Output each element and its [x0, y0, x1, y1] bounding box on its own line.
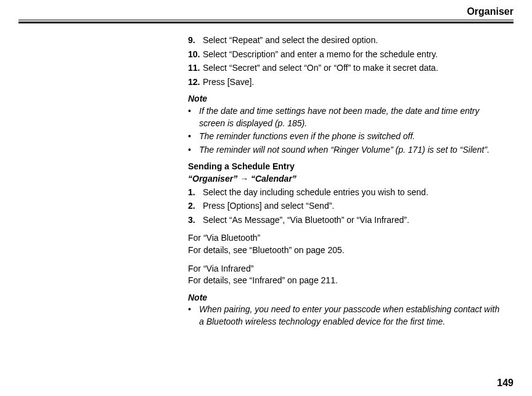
- step-text: Select “As Message”, “Via Bluetooth” or …: [203, 214, 501, 227]
- step-text: Select “Description” and enter a memo fo…: [203, 49, 501, 61]
- step-text: Select “Repeat” and select the desired o…: [203, 34, 501, 47]
- bluetooth-heading: For “Via Bluetooth”: [188, 232, 501, 244]
- bluetooth-block: For “Via Bluetooth” For details, see “Bl…: [188, 232, 501, 256]
- step-text: Press [Save].: [203, 76, 501, 89]
- header-title: Organiser: [18, 6, 514, 20]
- step-row: 1. Select the day including schedule ent…: [188, 187, 501, 199]
- step-number: 3.: [188, 214, 203, 227]
- infrared-text: For details, see “Infrared” on page 211.: [188, 275, 501, 287]
- step-text: Select the day including schedule entrie…: [203, 187, 501, 199]
- step-number: 9.: [188, 34, 203, 47]
- header-rule-thin: [18, 20, 514, 20]
- note-text: The reminder will not sound when “Ringer…: [199, 144, 501, 156]
- note-heading: Note: [188, 292, 501, 304]
- bullet-icon: •: [188, 144, 199, 156]
- step-number: 11.: [188, 62, 203, 75]
- infrared-heading: For “Via Infrared”: [188, 263, 501, 275]
- note-heading: Note: [188, 93, 501, 105]
- step-number: 1.: [188, 187, 203, 199]
- note-text: The reminder functions even if the phone…: [199, 131, 501, 143]
- infrared-block: For “Via Infrared” For details, see “Inf…: [188, 263, 501, 287]
- step-number: 10.: [188, 49, 203, 61]
- step-row: 12. Press [Save].: [188, 76, 501, 89]
- step-row: 9. Select “Repeat” and select the desire…: [188, 34, 501, 47]
- page-header: Organiser: [0, 0, 532, 23]
- note-text: If the date and time settings have not b…: [199, 105, 501, 129]
- note-item: • When pairing, you need to enter your p…: [188, 304, 501, 328]
- step-row: 11. Select “Secret” and select “On” or “…: [188, 62, 501, 75]
- note-text: When pairing, you need to enter your pas…: [199, 304, 501, 328]
- bluetooth-text: For details, see “Bluetooth” on page 205…: [188, 244, 501, 257]
- step-number: 12.: [188, 76, 203, 89]
- note-item: • The reminder will not sound when “Ring…: [188, 144, 501, 156]
- page-number: 149: [497, 378, 514, 389]
- breadcrumb-path: “Organiser” → “Calendar”: [188, 173, 501, 185]
- step-text: Press [Options] and select “Send”.: [203, 200, 501, 212]
- step-row: 10. Select “Description” and enter a mem…: [188, 49, 501, 61]
- note-item: • The reminder functions even if the pho…: [188, 131, 501, 143]
- bullet-icon: •: [188, 304, 199, 328]
- bullet-icon: •: [188, 105, 199, 129]
- step-number: 2.: [188, 200, 203, 212]
- step-row: 3. Select “As Message”, “Via Bluetooth” …: [188, 214, 501, 227]
- section-heading: Sending a Schedule Entry: [188, 161, 501, 173]
- bullet-icon: •: [188, 131, 199, 143]
- step-text: Select “Secret” and select “On” or “Off”…: [203, 62, 501, 75]
- note-item: • If the date and time settings have not…: [188, 105, 501, 129]
- step-row: 2. Press [Options] and select “Send”.: [188, 200, 501, 212]
- page-content: 9. Select “Repeat” and select the desire…: [0, 23, 532, 328]
